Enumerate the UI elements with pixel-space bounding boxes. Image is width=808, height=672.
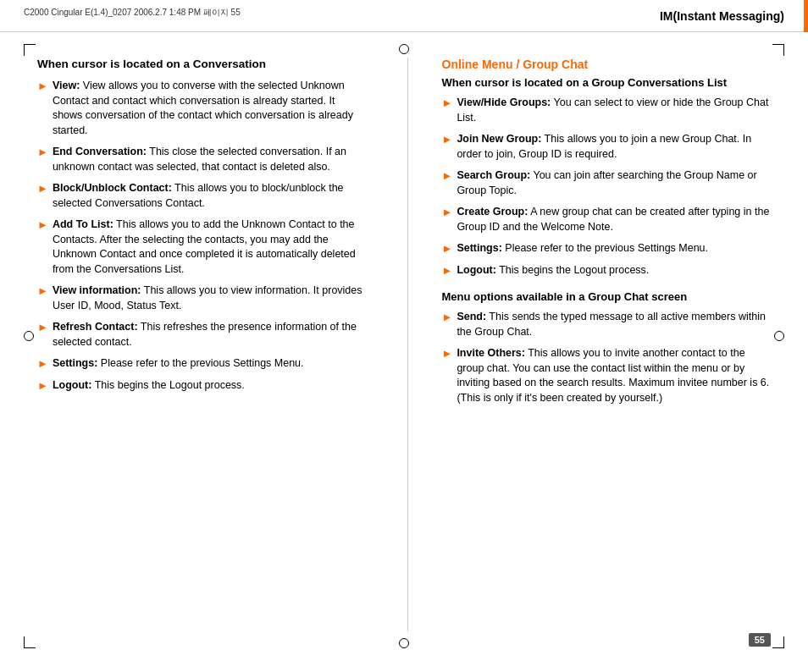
list-item: ► End Conversation: This close the selec…: [37, 145, 367, 174]
circle-mark-left: [24, 331, 34, 341]
menu-options-section: Menu options available in a Group Chat s…: [442, 290, 772, 405]
right-subsection1-title: When cursor is located on a Group Conver…: [442, 76, 772, 89]
item-label: Logout:: [53, 379, 92, 391]
arrow-icon: ►: [442, 96, 453, 111]
arrow-icon: ►: [442, 168, 453, 184]
list-item: ► Refresh Contact: This refreshes the pr…: [37, 320, 367, 350]
arrow-icon: ►: [442, 346, 453, 361]
item-label: View/Hide Groups:: [457, 96, 551, 108]
list-item: ► Logout: This begins the Logout process…: [442, 263, 772, 278]
column-divider: [407, 58, 408, 631]
item-text: View/Hide Groups: You can select to view…: [457, 96, 771, 125]
circle-mark-top: [399, 44, 409, 54]
arrow-icon: ►: [37, 356, 48, 372]
page-container: IM(Instant Messaging) C2000 Cingular E(1…: [0, 0, 808, 672]
item-text: View: View allows you to converse with t…: [53, 79, 367, 138]
header-title-rest: (Instant Messaging): [673, 9, 784, 23]
header-accent-bar: [804, 0, 808, 32]
arrow-icon: ►: [37, 145, 48, 160]
corner-mark-tl: [24, 44, 37, 58]
right-subsection2-title: Menu options available in a Group Chat s…: [442, 290, 772, 303]
arrow-icon: ►: [442, 241, 453, 256]
item-text: Add To List: This allows you to add the …: [53, 218, 367, 277]
item-label: Join New Group:: [457, 133, 541, 145]
left-column: When cursor is located on a Conversation…: [37, 58, 380, 631]
item-text: Settings: Please refer to the previous S…: [53, 356, 304, 372]
item-label: View:: [53, 80, 80, 91]
page-number: 55: [749, 633, 771, 647]
right-column: Online Menu / Group Chat When cursor is …: [435, 58, 772, 631]
header-title-bold: IM: [660, 9, 673, 23]
item-label: Settings:: [53, 357, 97, 369]
arrow-icon: ►: [442, 132, 453, 147]
item-label: Search Group:: [457, 169, 530, 181]
item-text: End Conversation: This close the selecte…: [53, 145, 367, 174]
arrow-icon: ►: [37, 284, 48, 299]
arrow-icon: ►: [37, 79, 48, 94]
arrow-icon: ►: [37, 218, 48, 233]
arrow-icon: ►: [442, 310, 453, 325]
list-item: ► Invite Others: This allows you to invi…: [442, 346, 772, 405]
item-label: Logout:: [457, 264, 496, 276]
item-label: Add To List:: [53, 218, 113, 230]
list-item: ► Settings: Please refer to the previous…: [37, 356, 367, 372]
list-item: ► Block/Unblock Contact: This allows you…: [37, 181, 367, 211]
item-label: Block/Unblock Contact:: [53, 182, 172, 194]
doc-label: C2000 Cingular E(1.4)_0207 2006.2.7 1:48…: [24, 7, 241, 19]
corner-mark-br: [771, 635, 784, 648]
arrow-icon: ►: [442, 205, 453, 220]
list-item: ► Logout: This begins the Logout process…: [37, 378, 367, 394]
item-label: Settings:: [457, 242, 501, 254]
list-item: ► Settings: Please refer to the previous…: [442, 241, 772, 256]
item-text: Search Group: You can join after searchi…: [457, 168, 771, 198]
header-title: IM(Instant Messaging): [660, 9, 784, 23]
item-text: View information: This allows you to vie…: [53, 284, 367, 313]
arrow-icon: ►: [37, 378, 48, 394]
list-item: ► View information: This allows you to v…: [37, 284, 367, 313]
item-text: Join New Group: This allows you to join …: [457, 132, 771, 162]
list-item: ► Add To List: This allows you to add th…: [37, 218, 367, 277]
item-label: View information:: [53, 284, 141, 296]
list-item: ► View: View allows you to converse with…: [37, 79, 367, 138]
item-text: Invite Others: This allows you to invite…: [457, 346, 771, 405]
item-text: Settings: Please refer to the previous S…: [457, 241, 708, 256]
item-text: Send: This sends the typed message to al…: [457, 310, 771, 339]
left-section-title: When cursor is located on a Conversation: [37, 58, 367, 70]
item-label: End Conversation:: [53, 146, 147, 157]
item-text: Logout: This begins the Logout process.: [457, 263, 649, 278]
circle-mark-bottom: [399, 638, 409, 648]
corner-mark-bl: [24, 635, 37, 648]
arrow-icon: ►: [442, 263, 453, 278]
list-item: ► Create Group: A new group chat can be …: [442, 205, 772, 234]
list-item: ► Send: This sends the typed message to …: [442, 310, 772, 339]
right-section-title-orange: Online Menu / Group Chat: [442, 58, 772, 71]
circle-mark-right: [774, 331, 784, 341]
item-text: Block/Unblock Contact: This allows you t…: [53, 181, 367, 211]
item-label: Refresh Contact:: [53, 321, 138, 333]
item-text: Logout: This begins the Logout process.: [53, 378, 245, 394]
item-label: Send:: [457, 311, 486, 322]
corner-mark-tr: [771, 44, 784, 58]
item-label: Create Group:: [457, 206, 528, 218]
arrow-icon: ►: [37, 181, 48, 196]
list-item: ► Join New Group: This allows you to joi…: [442, 132, 772, 162]
item-text: Refresh Contact: This refreshes the pres…: [53, 320, 367, 350]
item-label: Invite Others:: [457, 347, 525, 359]
main-content: When cursor is located on a Conversation…: [37, 58, 771, 631]
item-text: Create Group: A new group chat can be cr…: [457, 205, 771, 234]
list-item: ► Search Group: You can join after searc…: [442, 168, 772, 198]
list-item: ► View/Hide Groups: You can select to vi…: [442, 96, 772, 125]
arrow-icon: ►: [37, 320, 48, 335]
